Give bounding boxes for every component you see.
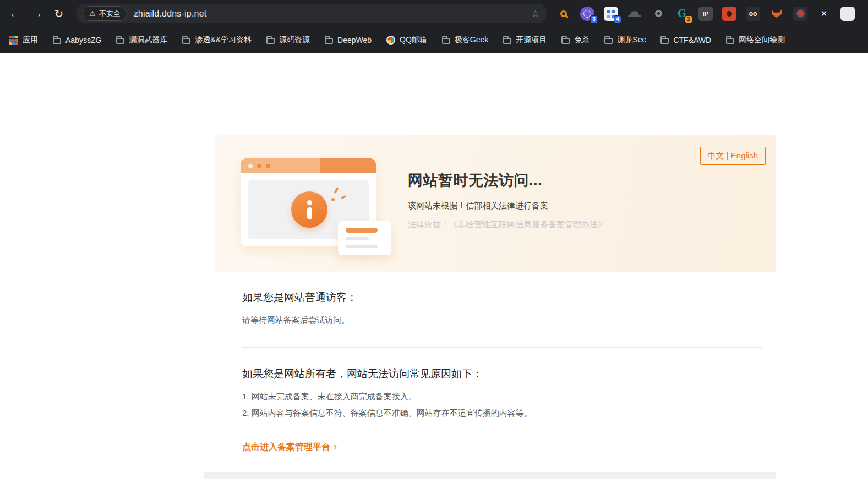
illustration-note-card (338, 221, 391, 255)
note-bar-gray (346, 245, 378, 248)
oo-glyph: oo (749, 10, 757, 18)
bookmark-label: AabyssZG (65, 36, 101, 45)
banner-subtitle: 该网站未根据工信部相关法律进行备案 (408, 201, 606, 211)
extension-icon-blue-grid[interactable]: 4 (604, 7, 618, 21)
bookmark-folder-yuanlongsec[interactable]: 渊龙Sec (604, 35, 646, 45)
bookmark-qqmail[interactable]: QQ邮箱 (386, 35, 427, 45)
bookmark-label: QQ邮箱 (400, 35, 427, 45)
bookmark-label: 免杀 (574, 35, 589, 45)
browser-chrome: ← → ↻ ⚠ 不安全 zhiaild.ddns-ip.net ☆ 3 4 (0, 0, 868, 53)
bookmark-folder-ctf-awd[interactable]: CTF&AWD (660, 36, 711, 45)
extension-badge: 3 (590, 15, 598, 23)
folder-icon (726, 38, 734, 44)
qqmail-icon (386, 36, 395, 45)
bookmark-folder-pentest[interactable]: 渗透&&学习资料 (182, 35, 252, 45)
folder-icon (182, 38, 190, 44)
browser-toolbar: ← → ↻ ⚠ 不安全 zhiaild.ddns-ip.net ☆ 3 4 (0, 0, 868, 27)
extension-icon-partial[interactable] (840, 7, 855, 21)
info-icon (291, 191, 327, 228)
magnifier-icon (560, 10, 567, 17)
bookmark-label: 源码资源 (279, 35, 310, 45)
bookmark-label: 漏洞武器库 (129, 35, 167, 45)
hat-icon (630, 11, 639, 16)
bookmark-apps[interactable]: 应用 (9, 35, 38, 45)
bookmark-label: 应用 (23, 35, 38, 45)
icp-platform-link-label: 点击进入备案管理平台 (242, 442, 330, 453)
bookmark-folder-aabysszg[interactable]: AabyssZG (53, 36, 101, 45)
extension-icon-close[interactable]: × (817, 7, 831, 21)
bookmark-label: 网络空间绘测 (739, 35, 785, 45)
extension-icon-flower[interactable] (793, 7, 807, 21)
bookmark-label: 极客Geek (455, 35, 488, 45)
extension-badge: 4 (614, 15, 621, 23)
extension-icon-search[interactable] (556, 7, 571, 21)
folder-icon (325, 38, 333, 44)
folder-icon (503, 38, 511, 44)
folder-icon (660, 38, 669, 44)
extension-icon-g[interactable]: G 2 (675, 7, 689, 21)
apps-grid-icon (9, 36, 18, 45)
extension-icon-purple-globe[interactable]: 3 (580, 7, 594, 21)
url-text[interactable]: zhiaild.ddns-ip.net (134, 9, 207, 19)
folder-icon (442, 38, 450, 44)
page-title: 网站暂时无法访问... (408, 170, 606, 190)
ip-glyph: IP (703, 10, 708, 17)
owner-reason-1: 1. 网站未完成备案、未在接入商完成备案接入。 (242, 392, 417, 402)
bookmark-folder-antivirus-evasion[interactable]: 免杀 (561, 35, 589, 45)
window-dot-icon (266, 164, 270, 168)
folder-icon (266, 38, 275, 44)
extension-icon-hat[interactable] (627, 7, 642, 21)
extension-icon-double-o[interactable]: oo (746, 7, 760, 21)
spark-icon (331, 198, 335, 201)
security-label: 不安全 (99, 9, 121, 19)
window-dot-icon (257, 164, 261, 168)
banner-law-reference: 法律依据：《非经营性互联网信息服务备案管理办法》 (408, 219, 606, 230)
owner-reason-2: 2. 网站内容与备案信息不符、备案信息不准确、网站存在不适宜传播的内容等。 (242, 408, 532, 419)
address-bar[interactable]: ⚠ 不安全 zhiaild.ddns-ip.net ☆ (76, 4, 547, 23)
donut-icon (655, 10, 662, 17)
note-bar-orange (346, 228, 378, 233)
browser-error-illustration (241, 158, 389, 253)
visitor-section-heading: 如果您是网站普通访客： (242, 290, 357, 305)
bookmark-folder-weapons[interactable]: 漏洞武器库 (116, 35, 167, 45)
reload-button[interactable]: ↻ (50, 4, 68, 23)
bookmark-label: 渗透&&学习资料 (195, 35, 252, 45)
window-dot-icon (248, 164, 253, 168)
page-content: 中文 | English (0, 53, 868, 495)
footer-strip (204, 472, 776, 479)
bookmark-star-icon[interactable]: ☆ (531, 8, 540, 20)
extension-icon-donut[interactable] (651, 7, 665, 21)
bookmark-folder-geek[interactable]: 极客Geek (442, 35, 488, 45)
bookmarks-bar: 应用 AabyssZG 漏洞武器库 渗透&&学习资料 源码资源 DeepWeb … (0, 27, 868, 53)
bookmark-folder-cyberspace-mapping[interactable]: 网络空间绘测 (726, 35, 785, 45)
bookmark-label: 开源项目 (516, 35, 547, 45)
back-button[interactable]: ← (6, 4, 24, 23)
bookmark-folder-source[interactable]: 源码资源 (266, 35, 310, 45)
bookmark-folder-opensource[interactable]: 开源项目 (503, 35, 547, 45)
folder-icon (561, 38, 570, 44)
icp-notice-banner: 中文 | English (215, 135, 776, 272)
banner-text-block: 网站暂时无法访问... 该网站未根据工信部相关法律进行备案 法律依据：《非经营性… (408, 170, 606, 230)
extension-icon-fox[interactable] (769, 7, 784, 21)
visitor-section-body: 请等待网站备案后尝试访问。 (242, 315, 350, 326)
forward-button[interactable]: → (28, 4, 46, 23)
bookmark-label: 渊龙Sec (617, 35, 646, 45)
x-glyph: × (821, 8, 827, 19)
folder-icon (53, 38, 61, 44)
bookmark-label: CTF&AWD (673, 36, 711, 45)
warning-icon: ⚠ (89, 9, 96, 18)
bookmark-folder-deepweb[interactable]: DeepWeb (325, 36, 372, 45)
extension-icon-red-tile[interactable] (722, 7, 736, 21)
owner-section-heading: 如果您是网站所有者，网站无法访问常见原因如下： (242, 367, 483, 381)
folder-icon (116, 38, 124, 44)
extension-icon-ip[interactable]: IP (698, 7, 713, 21)
security-chip[interactable]: ⚠ 不安全 (83, 6, 127, 21)
note-bar-gray (346, 237, 369, 240)
language-switch-button[interactable]: 中文 | English (700, 147, 766, 165)
folder-icon (604, 38, 613, 44)
info-icon-bar (307, 207, 312, 219)
icp-platform-link[interactable]: 点击进入备案管理平台 › (242, 442, 337, 453)
bookmark-label: DeepWeb (337, 36, 372, 45)
grid-icon (607, 10, 610, 13)
section-divider (242, 347, 762, 348)
